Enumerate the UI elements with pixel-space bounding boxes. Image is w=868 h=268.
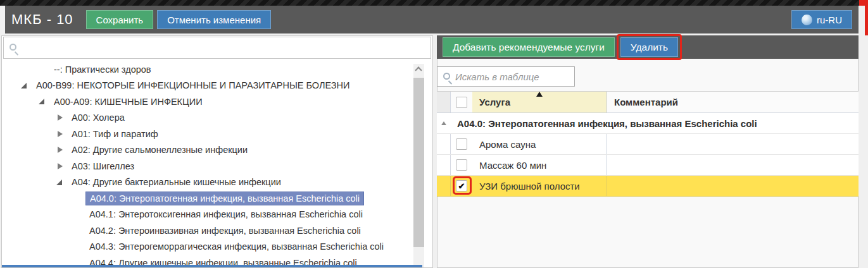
sort-asc-icon xyxy=(536,92,543,97)
grid-header-checkbox-cell[interactable] xyxy=(451,92,472,113)
expand-node-icon[interactable] xyxy=(56,131,72,137)
select-all-checkbox[interactable] xyxy=(456,97,467,108)
table-row[interactable]: Массаж 60 мин xyxy=(437,155,859,176)
scrollbar-thumb[interactable] xyxy=(413,78,424,247)
column-label-service: Услуга xyxy=(479,97,510,107)
tree-item-label: A04.2: Энтероинвазивная инфекция, вызван… xyxy=(89,226,361,236)
annotation-red-edge-right xyxy=(865,6,868,35)
tree-item-label: A04.1: Энтеротоксигенная инфекция, вызва… xyxy=(89,209,363,219)
tree-item-label: A02: Другие сальмонеллезные инфекции xyxy=(72,145,248,155)
group-collapse-icon[interactable] xyxy=(441,121,446,125)
annotation-red-edge-top xyxy=(859,0,868,6)
tree-item[interactable]: A04.2: Энтероинвазивная инфекция, вызван… xyxy=(2,222,413,239)
row-group-cell xyxy=(437,155,451,175)
tree-item[interactable]: A04.1: Энтеротоксигенная инфекция, вызва… xyxy=(2,207,413,223)
comment-cell[interactable] xyxy=(607,155,859,175)
grid-rows: A04.0: Энтеропатогенная инфекция, вызван… xyxy=(437,113,859,197)
expand-node-icon[interactable] xyxy=(56,163,72,169)
icd-tree-panel: --: Практически здоровA00-B99: НЕКОТОРЫЕ… xyxy=(1,35,433,268)
locale-label: ru-RU xyxy=(817,15,842,25)
services-grid: Услуга Комментарий A04.0: Энтеропатогенн… xyxy=(437,59,859,268)
search-icon xyxy=(9,44,16,51)
collapse-node-icon[interactable] xyxy=(56,180,72,185)
tree-item-label: A04.3: Энтерогеморрагическая инфекция, в… xyxy=(89,241,384,252)
tree-item-label: A04: Другие бактериальные кишечные инфек… xyxy=(72,177,281,187)
collapse-node-icon[interactable] xyxy=(21,83,36,88)
expand-node-icon[interactable] xyxy=(56,114,72,121)
tree-item[interactable]: A04.3: Энтерогеморрагическая инфекция, в… xyxy=(2,239,413,255)
comment-cell[interactable] xyxy=(607,176,859,196)
grid-search-box xyxy=(437,66,575,87)
group-row-label: A04.0: Энтеропатогенная инфекция, вызван… xyxy=(457,118,757,129)
services-panel: Добавить рекомендуемые услуги Удалить Ус… xyxy=(437,35,859,268)
save-button[interactable]: Сохранить xyxy=(86,10,154,29)
row-checkbox[interactable] xyxy=(456,138,467,150)
tree-item-label: A01: Тиф и паратиф xyxy=(72,129,158,139)
tree-item[interactable]: A04.0: Энтеропатогенная инфекция, вызван… xyxy=(2,190,413,207)
tree-item-label: A00-B99: НЕКОТОРЫЕ ИНФЕКЦИОННЫЕ И ПАРАЗИ… xyxy=(36,80,349,90)
locale-button[interactable]: ru-RU xyxy=(791,10,852,29)
grid-search-input[interactable] xyxy=(455,67,581,86)
grid-header-comment[interactable]: Комментарий xyxy=(607,92,859,113)
row-checkbox-cell[interactable]: ✔ xyxy=(451,176,472,196)
tree-item[interactable]: A02: Другие сальмонеллезные инфекции xyxy=(2,142,413,159)
tree-item[interactable]: A00-A09: КИШЕЧНЫЕ ИНФЕКЦИИ xyxy=(2,94,413,110)
tree-item-label: --: Практически здоров xyxy=(54,64,151,75)
tree-item[interactable]: A01: Тиф и паратиф xyxy=(2,126,413,142)
tree-search-box xyxy=(3,37,431,59)
cancel-changes-button[interactable]: Отменить изменения xyxy=(157,10,271,29)
row-group-cell xyxy=(437,134,451,154)
row-checkbox-checked[interactable]: ✔ xyxy=(456,180,467,192)
icd-tree: --: Практически здоровA00-B99: НЕКОТОРЫЕ… xyxy=(2,61,413,267)
tree-item-label-selected: A04.0: Энтеропатогенная инфекция, вызван… xyxy=(85,192,364,205)
tree-partial-row-highlight xyxy=(2,265,422,267)
grid-header-row: Услуга Комментарий xyxy=(437,91,859,113)
page-title: МКБ - 10 xyxy=(11,11,73,28)
grid-header-group-cell xyxy=(437,92,451,113)
collapse-node-icon[interactable] xyxy=(39,99,54,104)
tree-item[interactable]: A03: Шигеллез xyxy=(2,158,413,174)
add-recommended-services-button[interactable]: Добавить рекомендуемые услуги xyxy=(443,37,615,57)
tree-item[interactable]: --: Практически здоров xyxy=(2,61,413,78)
table-row[interactable]: ✔УЗИ брюшной полости xyxy=(437,176,859,197)
tree-item[interactable]: A04: Другие бактериальные кишечные инфек… xyxy=(2,174,413,191)
row-group-cell xyxy=(437,176,451,196)
tree-item-label: A03: Шигеллез xyxy=(72,161,134,171)
tree-item[interactable]: A00-B99: НЕКОТОРЫЕ ИНФЕКЦИОННЫЕ И ПАРАЗИ… xyxy=(2,78,413,94)
row-checkbox-cell[interactable] xyxy=(451,155,472,175)
service-cell[interactable]: Массаж 60 мин xyxy=(472,155,607,175)
table-row[interactable]: Арома сауна xyxy=(437,134,859,155)
row-checkbox[interactable] xyxy=(456,159,467,171)
service-cell[interactable]: Арома сауна xyxy=(472,134,607,154)
tree-search-input[interactable] xyxy=(22,37,431,58)
app-window: МКБ - 10 Сохранить Отменить изменения ru… xyxy=(0,0,868,268)
window-top-strip xyxy=(0,0,868,6)
expand-node-icon[interactable] xyxy=(56,147,72,153)
grid-header-service[interactable]: Услуга xyxy=(472,92,607,113)
tree-item-label: A00-A09: КИШЕЧНЫЕ ИНФЕКЦИИ xyxy=(54,97,203,107)
app-header: МКБ - 10 Сохранить Отменить изменения ru… xyxy=(5,6,859,34)
services-toolbar: Добавить рекомендуемые услуги Удалить xyxy=(437,35,859,59)
globe-icon xyxy=(802,15,812,25)
comment-cell[interactable] xyxy=(607,134,859,154)
tree-scrollbar[interactable] xyxy=(413,64,424,267)
delete-button[interactable]: Удалить xyxy=(620,37,678,57)
row-checkbox-cell[interactable] xyxy=(451,134,472,154)
tree-item[interactable]: A00: Холера xyxy=(2,110,413,126)
scroll-up-icon[interactable] xyxy=(415,66,422,73)
search-icon xyxy=(443,73,450,80)
column-label-comment: Комментарий xyxy=(614,97,678,107)
grid-group-row[interactable]: A04.0: Энтеропатогенная инфекция, вызван… xyxy=(437,113,859,134)
tree-item-label: A00: Холера xyxy=(72,113,125,123)
service-cell[interactable]: УЗИ брюшной полости xyxy=(472,176,607,196)
